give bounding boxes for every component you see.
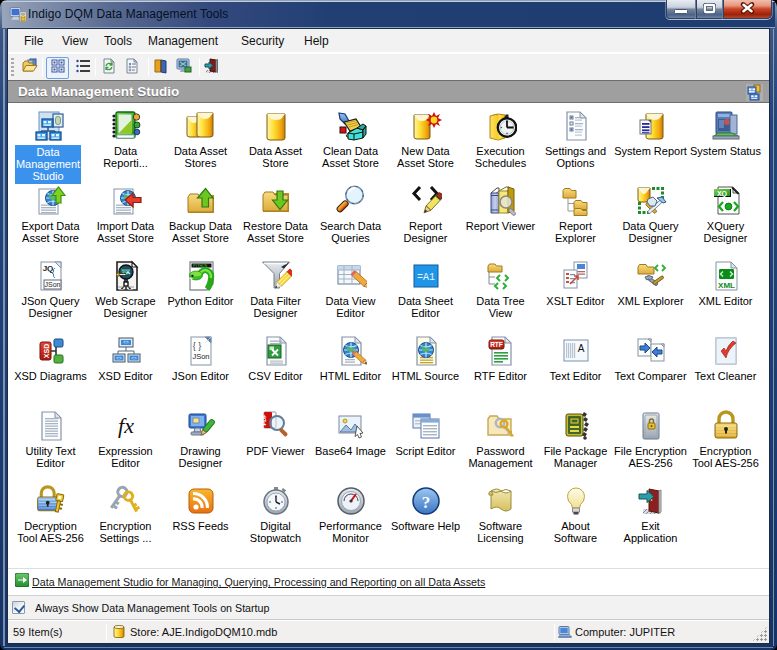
svg-text:PDF: PDF <box>261 414 267 426</box>
svg-text:{ }: { } <box>192 341 201 351</box>
svg-text:A: A <box>577 343 584 354</box>
svg-text:JSon: JSon <box>44 281 60 288</box>
svg-text:RTF: RTF <box>490 341 503 348</box>
svg-text:JSon: JSon <box>192 352 209 361</box>
svg-text:<>: <> <box>131 356 137 361</box>
svg-text:<>: <> <box>116 356 122 361</box>
svg-text:JQ: JQ <box>42 264 53 273</box>
svg-text:XML: XML <box>718 281 735 290</box>
svg-text:<>: <> <box>123 340 129 345</box>
svg-text:fx: fx <box>118 413 134 438</box>
svg-text:XQ: XQ <box>716 190 727 198</box>
svg-text:XSD: XSD <box>42 344 49 358</box>
svg-text:=A1: =A1 <box>416 272 434 283</box>
svg-text:?: ? <box>421 493 430 512</box>
